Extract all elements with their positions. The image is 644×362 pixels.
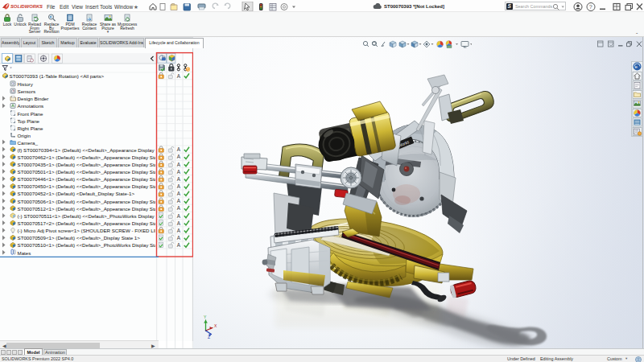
svg-text:↻: ↻ (187, 67, 190, 72)
svg-text:A: A (177, 183, 181, 189)
svg-text:A: A (177, 73, 181, 79)
svg-text:A: A (177, 220, 181, 226)
svg-text:A: A (177, 162, 181, 167)
svg-text:A: A (177, 154, 181, 159)
svg-text:Z: Z (208, 335, 210, 339)
svg-text:X: X (214, 323, 217, 328)
svg-text:?: ? (589, 4, 592, 10)
svg-text:A: A (177, 235, 181, 241)
svg-text:Y: Y (204, 315, 207, 319)
svg-text:A: A (177, 146, 181, 152)
svg-text:A: A (177, 205, 181, 211)
svg-text:A: A (177, 242, 181, 248)
svg-text:A: A (177, 213, 181, 219)
svg-text:A: A (177, 191, 181, 196)
svg-text:A: A (177, 169, 181, 175)
svg-text:A: A (177, 228, 181, 233)
svg-text:A: A (177, 176, 181, 182)
svg-text:A: A (177, 198, 181, 204)
